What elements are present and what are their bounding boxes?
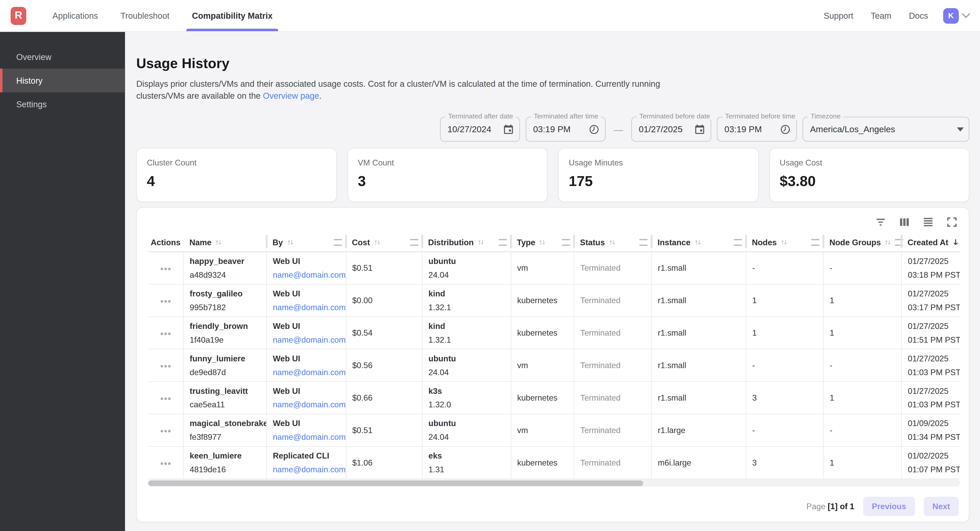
column-drag-icon[interactable] [562, 239, 570, 246]
row-actions-button[interactable] [157, 426, 174, 436]
created-by-email[interactable]: name@domain.com [273, 335, 346, 344]
stat-card-vm-count: VM Count 3 [347, 148, 547, 202]
column-drag-icon[interactable] [334, 239, 342, 246]
filter-icon[interactable] [874, 216, 888, 229]
timezone-select[interactable]: Timezone America/Los_Angeles [803, 117, 970, 141]
col-header-created-at[interactable]: Created At [901, 233, 960, 252]
terminated-after-time-field[interactable]: Terminated after time 03:19 PM [526, 117, 606, 141]
sort-icon[interactable] [538, 238, 546, 246]
column-drag-icon[interactable] [410, 239, 418, 246]
horizontal-scrollbar-thumb[interactable] [148, 480, 643, 486]
sidebar: Overview History Settings [0, 32, 125, 531]
density-icon[interactable] [921, 216, 935, 229]
distribution-version: 1.31 [428, 465, 506, 474]
clock-icon[interactable] [588, 123, 600, 135]
nodes-cell: 1 [746, 284, 823, 317]
distribution-name: eks [428, 451, 506, 461]
timezone-value[interactable]: America/Los_Angeles [810, 124, 953, 134]
terminated-after-date-field[interactable]: Terminated after date 10/27/2024 [440, 117, 520, 141]
distribution-version: 1.32.1 [428, 303, 506, 312]
column-drag-icon[interactable] [639, 239, 648, 246]
cluster-name: trusting_leavitt [189, 386, 262, 396]
tab-applications[interactable]: Applications [52, 0, 98, 31]
horizontal-scrollbar[interactable] [148, 479, 960, 487]
instance-cell: r1.small [651, 349, 746, 382]
terminated-before-date-value[interactable]: 01/27/2025 [639, 124, 690, 134]
column-drag-icon[interactable] [499, 239, 507, 246]
created-by-email[interactable]: name@domain.com [273, 303, 346, 312]
nav-link-support[interactable]: Support [824, 11, 853, 20]
sidebar-item-overview[interactable]: Overview [0, 45, 125, 68]
created-by-email[interactable]: name@domain.com [273, 270, 346, 279]
sidebar-item-history[interactable]: History [0, 68, 125, 92]
type-cell: vm [511, 349, 574, 382]
row-actions-button[interactable] [157, 394, 174, 403]
overview-page-link[interactable]: Overview page [263, 91, 319, 101]
column-drag-icon[interactable] [734, 239, 742, 246]
created-by-email[interactable]: name@domain.com [273, 433, 346, 442]
sort-icon[interactable] [477, 238, 485, 246]
created-by-email[interactable]: name@domain.com [273, 400, 346, 409]
columns-icon[interactable] [897, 216, 912, 229]
col-header-instance[interactable]: Instance [651, 233, 746, 252]
page-indicator: Page [1] of 1 [807, 502, 854, 511]
created-by-source: Web UI [273, 257, 342, 266]
clock-icon[interactable] [780, 123, 791, 135]
col-header-node-groups[interactable]: Node Groups [823, 233, 901, 252]
sort-icon[interactable] [694, 238, 702, 246]
cluster-name: magical_stonebraker [189, 419, 262, 428]
sidebar-item-settings[interactable]: Settings [0, 92, 125, 116]
row-actions-button[interactable] [157, 361, 174, 371]
next-page-button[interactable]: Next [924, 497, 959, 516]
terminated-after-time-value[interactable]: 03:19 PM [533, 124, 584, 134]
sort-icon[interactable] [286, 238, 294, 246]
calendar-icon[interactable] [694, 123, 706, 135]
node-groups-cell: 1 [823, 382, 901, 414]
table-row: keen_lumiere4819de16 Replicated CLIname@… [148, 447, 960, 479]
column-drag-icon[interactable] [811, 239, 819, 246]
created-date: 01/27/2025 [908, 321, 956, 331]
sort-desc-icon[interactable] [951, 238, 960, 247]
col-header-status[interactable]: Status [574, 233, 651, 252]
row-actions-button[interactable] [157, 296, 174, 306]
tab-troubleshoot[interactable]: Troubleshoot [121, 0, 169, 31]
distribution-name: ubuntu [428, 419, 506, 428]
row-actions-button[interactable] [157, 264, 174, 274]
sort-icon[interactable] [373, 238, 381, 246]
terminated-before-date-field[interactable]: Terminated before date 01/27/2025 [631, 117, 711, 141]
node-groups-cell: 1 [823, 317, 901, 349]
cost-cell: $0.54 [346, 317, 422, 349]
col-header-distribution[interactable]: Distribution [422, 233, 511, 252]
distribution-version: 24.04 [428, 433, 506, 442]
cluster-id: 1f40a19e [189, 335, 262, 344]
replicated-logo[interactable]: R [11, 6, 26, 25]
terminated-before-time-value[interactable]: 03:19 PM [724, 124, 776, 134]
dropdown-caret-icon[interactable] [957, 127, 964, 132]
pagination: Page [1] of 1 Previous Next [148, 497, 959, 525]
created-by-source: Web UI [273, 386, 342, 396]
stat-value: 3 [358, 173, 537, 190]
sort-icon[interactable] [780, 238, 788, 246]
nav-link-team[interactable]: Team [871, 11, 891, 20]
calendar-icon[interactable] [503, 123, 514, 135]
type-cell: vm [511, 414, 574, 447]
col-header-nodes[interactable]: Nodes [746, 233, 823, 252]
row-actions-button[interactable] [157, 458, 174, 468]
nav-link-docs[interactable]: Docs [909, 11, 928, 20]
sort-icon[interactable] [884, 238, 892, 246]
col-header-by[interactable]: By [266, 233, 346, 252]
fullscreen-icon[interactable] [945, 216, 959, 229]
sort-icon[interactable] [215, 238, 223, 246]
previous-page-button[interactable]: Previous [863, 497, 915, 516]
tab-compatibility-matrix[interactable]: Compatibility Matrix [192, 0, 272, 31]
row-actions-button[interactable] [157, 329, 174, 339]
created-by-email[interactable]: name@domain.com [273, 368, 346, 377]
terminated-before-time-field[interactable]: Terminated before time 03:19 PM [717, 117, 797, 141]
sort-icon[interactable] [608, 238, 616, 246]
terminated-after-date-value[interactable]: 10/27/2024 [448, 124, 499, 134]
col-header-name[interactable]: Name [183, 233, 266, 252]
col-header-type[interactable]: Type [511, 233, 574, 252]
account-menu[interactable]: K [943, 8, 970, 24]
created-by-email[interactable]: name@domain.com [273, 465, 346, 474]
col-header-cost[interactable]: Cost [346, 233, 422, 252]
